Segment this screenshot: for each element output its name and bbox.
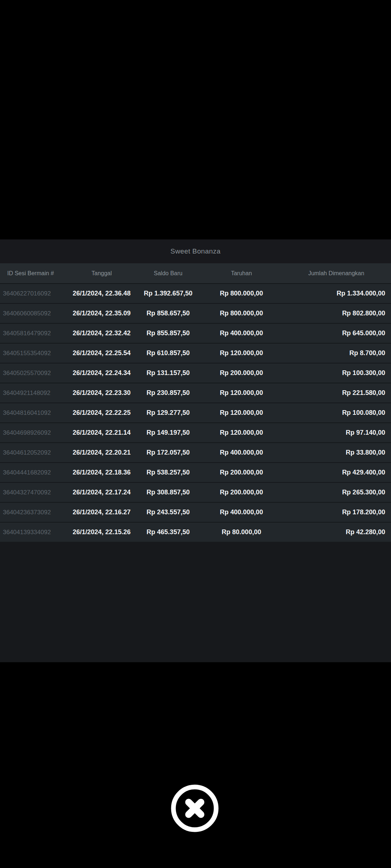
row-amount-won-cell: Rp 429.400,00 (282, 469, 391, 476)
row-date-cell: 26/1/2024, 22.25.54 (68, 349, 135, 357)
row-bet-cell: Rp 80.000,00 (201, 528, 281, 536)
row-new-balance-cell: Rp 129.277,50 (135, 409, 202, 417)
row-new-balance-cell: Rp 308.857,50 (135, 489, 202, 496)
row-date-cell: 26/1/2024, 22.17.24 (68, 489, 135, 496)
row-amount-won-cell: Rp 178.200,00 (282, 509, 391, 516)
row-date-cell: 26/1/2024, 22.20.21 (68, 449, 135, 456)
row-bet-cell: Rp 400.000,00 (201, 329, 281, 337)
row-amount-won-cell: Rp 645.000,00 (282, 329, 391, 337)
row-session-id-cell: 36404327470092 (0, 489, 68, 496)
row-date-cell: 26/1/2024, 22.21.14 (68, 429, 135, 437)
row-session-id-cell: 36404816041092 (0, 409, 68, 417)
row-date-cell: 26/1/2024, 22.22.25 (68, 409, 135, 417)
history-modal-panel: Sweet Bonanza ID Sesi Bermain # Tanggal … (0, 239, 391, 662)
row-date-cell: 26/1/2024, 22.16.27 (68, 509, 135, 516)
row-session-id-cell: 36404921148092 (0, 390, 68, 397)
row-bet-cell: Rp 120.000,00 (201, 409, 281, 417)
column-header-amount-won: Jumlah Dimenangkan (282, 270, 391, 277)
row-session-id-cell: 36406060085092 (0, 310, 68, 317)
row-bet-cell: Rp 200.000,00 (201, 369, 281, 377)
row-amount-won-cell: Rp 42.280,00 (282, 528, 391, 536)
table-row: 36404236373092 26/1/2024, 22.16.27 Rp 24… (0, 502, 391, 522)
row-bet-cell: Rp 120.000,00 (201, 429, 281, 437)
table-row: 36404698926092 26/1/2024, 22.21.14 Rp 14… (0, 422, 391, 442)
row-session-id-cell: 36404441682092 (0, 469, 68, 476)
row-amount-won-cell: Rp 802.800,00 (282, 310, 391, 317)
row-new-balance-cell: Rp 610.857,50 (135, 349, 202, 357)
row-session-id-cell: 36404139334092 (0, 529, 68, 536)
row-date-cell: 26/1/2024, 22.24.34 (68, 369, 135, 377)
row-date-cell: 26/1/2024, 22.23.30 (68, 389, 135, 397)
game-title: Sweet Bonanza (171, 247, 220, 255)
row-amount-won-cell: Rp 1.334.000,00 (282, 290, 391, 297)
close-button[interactable] (171, 784, 219, 832)
row-amount-won-cell: Rp 221.580,00 (282, 389, 391, 397)
row-bet-cell: Rp 800.000,00 (201, 310, 281, 317)
row-bet-cell: Rp 200.000,00 (201, 469, 281, 476)
row-session-id-cell: 36406227016092 (0, 290, 68, 297)
row-amount-won-cell: Rp 8.700,00 (282, 349, 391, 357)
table-row: 36404327470092 26/1/2024, 22.17.24 Rp 30… (0, 482, 391, 502)
row-new-balance-cell: Rp 131.157,50 (135, 369, 202, 377)
table-row: 36405025570092 26/1/2024, 22.24.34 Rp 13… (0, 363, 391, 383)
row-bet-cell: Rp 120.000,00 (201, 349, 281, 357)
row-amount-won-cell: Rp 97.140,00 (282, 429, 391, 437)
row-amount-won-cell: Rp 33.800,00 (282, 449, 391, 456)
row-date-cell: 26/1/2024, 22.36.48 (68, 290, 135, 297)
table-row: 36405155354092 26/1/2024, 22.25.54 Rp 61… (0, 343, 391, 363)
row-session-id-cell: 36404236373092 (0, 509, 68, 516)
table-row: 36404612052092 26/1/2024, 22.20.21 Rp 17… (0, 442, 391, 462)
game-history-screen: Sweet Bonanza ID Sesi Bermain # Tanggal … (0, 0, 391, 868)
column-header-new-balance: Saldo Baru (135, 270, 202, 277)
row-new-balance-cell: Rp 465.357,50 (135, 528, 202, 536)
row-bet-cell: Rp 400.000,00 (201, 509, 281, 516)
row-session-id-cell: 36405025570092 (0, 370, 68, 377)
row-new-balance-cell: Rp 172.057,50 (135, 449, 202, 456)
row-date-cell: 26/1/2024, 22.18.36 (68, 469, 135, 476)
row-date-cell: 26/1/2024, 22.35.09 (68, 310, 135, 317)
row-bet-cell: Rp 800.000,00 (201, 290, 281, 297)
table-row: 36404816041092 26/1/2024, 22.22.25 Rp 12… (0, 403, 391, 422)
modal-title-bar: Sweet Bonanza (0, 239, 391, 263)
row-new-balance-cell: Rp 538.257,50 (135, 469, 202, 476)
row-amount-won-cell: Rp 100.080,00 (282, 409, 391, 417)
column-header-bet: Taruhan (201, 270, 281, 277)
row-session-id-cell: 36404698926092 (0, 429, 68, 437)
row-new-balance-cell: Rp 855.857,50 (135, 329, 202, 337)
row-date-cell: 26/1/2024, 22.15.26 (68, 528, 135, 536)
table-row: 36404921148092 26/1/2024, 22.23.30 Rp 23… (0, 383, 391, 403)
table-row: 36404139334092 26/1/2024, 22.15.26 Rp 46… (0, 522, 391, 542)
table-row: 36404441682092 26/1/2024, 22.18.36 Rp 53… (0, 462, 391, 482)
row-date-cell: 26/1/2024, 22.32.42 (68, 329, 135, 337)
row-session-id-cell: 36405816479092 (0, 330, 68, 337)
table-row: 36405816479092 26/1/2024, 22.32.42 Rp 85… (0, 323, 391, 343)
row-bet-cell: Rp 200.000,00 (201, 489, 281, 496)
row-amount-won-cell: Rp 265.300,00 (282, 489, 391, 496)
row-amount-won-cell: Rp 100.300,00 (282, 369, 391, 377)
table-row: 36406060085092 26/1/2024, 22.35.09 Rp 85… (0, 303, 391, 323)
row-new-balance-cell: Rp 1.392.657,50 (135, 290, 202, 297)
table-row: 36406227016092 26/1/2024, 22.36.48 Rp 1.… (0, 283, 391, 303)
row-session-id-cell: 36404612052092 (0, 449, 68, 456)
row-new-balance-cell: Rp 149.197,50 (135, 429, 202, 437)
row-new-balance-cell: Rp 243.557,50 (135, 509, 202, 516)
row-bet-cell: Rp 400.000,00 (201, 449, 281, 456)
close-icon (171, 784, 219, 832)
row-session-id-cell: 36405155354092 (0, 350, 68, 357)
row-new-balance-cell: Rp 858.657,50 (135, 310, 202, 317)
panel-empty-area (0, 542, 391, 662)
row-bet-cell: Rp 120.000,00 (201, 389, 281, 397)
row-new-balance-cell: Rp 230.857,50 (135, 389, 202, 397)
table-body[interactable]: 36406227016092 26/1/2024, 22.36.48 Rp 1.… (0, 283, 391, 542)
table-header-row: ID Sesi Bermain # Tanggal Saldo Baru Tar… (0, 263, 391, 283)
column-header-date: Tanggal (68, 270, 135, 277)
column-header-session-id: ID Sesi Bermain # (0, 270, 68, 277)
